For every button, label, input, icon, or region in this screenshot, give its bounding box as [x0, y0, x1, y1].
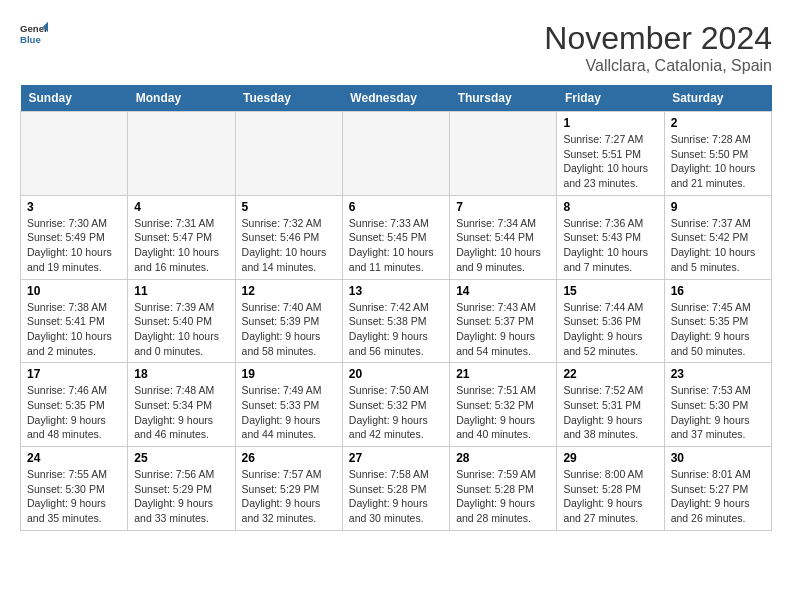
- day-detail: Sunrise: 7:50 AM Sunset: 5:32 PM Dayligh…: [349, 383, 443, 442]
- calendar-week-4: 17Sunrise: 7:46 AM Sunset: 5:35 PM Dayli…: [21, 363, 772, 447]
- day-detail: Sunrise: 7:31 AM Sunset: 5:47 PM Dayligh…: [134, 216, 228, 275]
- day-number: 24: [27, 451, 121, 465]
- day-detail: Sunrise: 7:51 AM Sunset: 5:32 PM Dayligh…: [456, 383, 550, 442]
- day-detail: Sunrise: 7:55 AM Sunset: 5:30 PM Dayligh…: [27, 467, 121, 526]
- day-detail: Sunrise: 7:59 AM Sunset: 5:28 PM Dayligh…: [456, 467, 550, 526]
- day-detail: Sunrise: 7:57 AM Sunset: 5:29 PM Dayligh…: [242, 467, 336, 526]
- day-number: 14: [456, 284, 550, 298]
- calendar-cell: [128, 112, 235, 196]
- calendar-cell: 3Sunrise: 7:30 AM Sunset: 5:49 PM Daylig…: [21, 195, 128, 279]
- calendar-week-3: 10Sunrise: 7:38 AM Sunset: 5:41 PM Dayli…: [21, 279, 772, 363]
- calendar-table: SundayMondayTuesdayWednesdayThursdayFrid…: [20, 85, 772, 531]
- day-number: 28: [456, 451, 550, 465]
- day-number: 12: [242, 284, 336, 298]
- calendar-cell: [21, 112, 128, 196]
- page-header: General Blue November 2024 Vallclara, Ca…: [20, 20, 772, 75]
- day-detail: Sunrise: 7:30 AM Sunset: 5:49 PM Dayligh…: [27, 216, 121, 275]
- day-number: 10: [27, 284, 121, 298]
- svg-text:Blue: Blue: [20, 34, 41, 45]
- day-number: 4: [134, 200, 228, 214]
- calendar-cell: 18Sunrise: 7:48 AM Sunset: 5:34 PM Dayli…: [128, 363, 235, 447]
- day-detail: Sunrise: 7:32 AM Sunset: 5:46 PM Dayligh…: [242, 216, 336, 275]
- calendar-cell: [235, 112, 342, 196]
- day-number: 9: [671, 200, 765, 214]
- day-number: 26: [242, 451, 336, 465]
- calendar-cell: 27Sunrise: 7:58 AM Sunset: 5:28 PM Dayli…: [342, 447, 449, 531]
- calendar-cell: [342, 112, 449, 196]
- calendar-cell: 13Sunrise: 7:42 AM Sunset: 5:38 PM Dayli…: [342, 279, 449, 363]
- weekday-thursday: Thursday: [450, 85, 557, 112]
- day-detail: Sunrise: 7:58 AM Sunset: 5:28 PM Dayligh…: [349, 467, 443, 526]
- day-detail: Sunrise: 7:44 AM Sunset: 5:36 PM Dayligh…: [563, 300, 657, 359]
- day-number: 15: [563, 284, 657, 298]
- weekday-tuesday: Tuesday: [235, 85, 342, 112]
- calendar-cell: 26Sunrise: 7:57 AM Sunset: 5:29 PM Dayli…: [235, 447, 342, 531]
- location-title: Vallclara, Catalonia, Spain: [544, 57, 772, 75]
- calendar-cell: 11Sunrise: 7:39 AM Sunset: 5:40 PM Dayli…: [128, 279, 235, 363]
- calendar-cell: 23Sunrise: 7:53 AM Sunset: 5:30 PM Dayli…: [664, 363, 771, 447]
- day-detail: Sunrise: 7:34 AM Sunset: 5:44 PM Dayligh…: [456, 216, 550, 275]
- calendar-cell: 5Sunrise: 7:32 AM Sunset: 5:46 PM Daylig…: [235, 195, 342, 279]
- day-detail: Sunrise: 7:38 AM Sunset: 5:41 PM Dayligh…: [27, 300, 121, 359]
- day-detail: Sunrise: 7:45 AM Sunset: 5:35 PM Dayligh…: [671, 300, 765, 359]
- calendar-cell: 16Sunrise: 7:45 AM Sunset: 5:35 PM Dayli…: [664, 279, 771, 363]
- calendar-cell: 19Sunrise: 7:49 AM Sunset: 5:33 PM Dayli…: [235, 363, 342, 447]
- day-number: 20: [349, 367, 443, 381]
- calendar-week-2: 3Sunrise: 7:30 AM Sunset: 5:49 PM Daylig…: [21, 195, 772, 279]
- weekday-friday: Friday: [557, 85, 664, 112]
- day-number: 6: [349, 200, 443, 214]
- day-number: 27: [349, 451, 443, 465]
- day-number: 21: [456, 367, 550, 381]
- calendar-cell: 17Sunrise: 7:46 AM Sunset: 5:35 PM Dayli…: [21, 363, 128, 447]
- day-number: 16: [671, 284, 765, 298]
- day-detail: Sunrise: 7:56 AM Sunset: 5:29 PM Dayligh…: [134, 467, 228, 526]
- month-title: November 2024: [544, 20, 772, 57]
- day-detail: Sunrise: 7:37 AM Sunset: 5:42 PM Dayligh…: [671, 216, 765, 275]
- calendar-cell: 1Sunrise: 7:27 AM Sunset: 5:51 PM Daylig…: [557, 112, 664, 196]
- day-number: 5: [242, 200, 336, 214]
- day-number: 7: [456, 200, 550, 214]
- day-number: 1: [563, 116, 657, 130]
- calendar-cell: 21Sunrise: 7:51 AM Sunset: 5:32 PM Dayli…: [450, 363, 557, 447]
- day-number: 29: [563, 451, 657, 465]
- day-detail: Sunrise: 8:01 AM Sunset: 5:27 PM Dayligh…: [671, 467, 765, 526]
- calendar-week-5: 24Sunrise: 7:55 AM Sunset: 5:30 PM Dayli…: [21, 447, 772, 531]
- calendar-cell: [450, 112, 557, 196]
- day-number: 2: [671, 116, 765, 130]
- logo: General Blue: [20, 20, 48, 48]
- calendar-cell: 8Sunrise: 7:36 AM Sunset: 5:43 PM Daylig…: [557, 195, 664, 279]
- weekday-wednesday: Wednesday: [342, 85, 449, 112]
- day-detail: Sunrise: 7:28 AM Sunset: 5:50 PM Dayligh…: [671, 132, 765, 191]
- day-detail: Sunrise: 7:42 AM Sunset: 5:38 PM Dayligh…: [349, 300, 443, 359]
- day-number: 22: [563, 367, 657, 381]
- calendar-cell: 15Sunrise: 7:44 AM Sunset: 5:36 PM Dayli…: [557, 279, 664, 363]
- calendar-week-1: 1Sunrise: 7:27 AM Sunset: 5:51 PM Daylig…: [21, 112, 772, 196]
- calendar-cell: 10Sunrise: 7:38 AM Sunset: 5:41 PM Dayli…: [21, 279, 128, 363]
- day-detail: Sunrise: 7:33 AM Sunset: 5:45 PM Dayligh…: [349, 216, 443, 275]
- calendar-body: 1Sunrise: 7:27 AM Sunset: 5:51 PM Daylig…: [21, 112, 772, 531]
- calendar-cell: 6Sunrise: 7:33 AM Sunset: 5:45 PM Daylig…: [342, 195, 449, 279]
- day-number: 8: [563, 200, 657, 214]
- day-number: 19: [242, 367, 336, 381]
- calendar-cell: 30Sunrise: 8:01 AM Sunset: 5:27 PM Dayli…: [664, 447, 771, 531]
- logo-icon: General Blue: [20, 20, 48, 48]
- day-detail: Sunrise: 7:53 AM Sunset: 5:30 PM Dayligh…: [671, 383, 765, 442]
- day-detail: Sunrise: 7:36 AM Sunset: 5:43 PM Dayligh…: [563, 216, 657, 275]
- day-detail: Sunrise: 8:00 AM Sunset: 5:28 PM Dayligh…: [563, 467, 657, 526]
- calendar-cell: 14Sunrise: 7:43 AM Sunset: 5:37 PM Dayli…: [450, 279, 557, 363]
- calendar-cell: 4Sunrise: 7:31 AM Sunset: 5:47 PM Daylig…: [128, 195, 235, 279]
- day-number: 18: [134, 367, 228, 381]
- calendar-cell: 2Sunrise: 7:28 AM Sunset: 5:50 PM Daylig…: [664, 112, 771, 196]
- day-detail: Sunrise: 7:48 AM Sunset: 5:34 PM Dayligh…: [134, 383, 228, 442]
- weekday-saturday: Saturday: [664, 85, 771, 112]
- calendar-cell: 12Sunrise: 7:40 AM Sunset: 5:39 PM Dayli…: [235, 279, 342, 363]
- day-number: 11: [134, 284, 228, 298]
- day-number: 3: [27, 200, 121, 214]
- calendar-cell: 29Sunrise: 8:00 AM Sunset: 5:28 PM Dayli…: [557, 447, 664, 531]
- day-detail: Sunrise: 7:39 AM Sunset: 5:40 PM Dayligh…: [134, 300, 228, 359]
- day-detail: Sunrise: 7:52 AM Sunset: 5:31 PM Dayligh…: [563, 383, 657, 442]
- day-number: 13: [349, 284, 443, 298]
- day-number: 25: [134, 451, 228, 465]
- weekday-header-row: SundayMondayTuesdayWednesdayThursdayFrid…: [21, 85, 772, 112]
- day-detail: Sunrise: 7:43 AM Sunset: 5:37 PM Dayligh…: [456, 300, 550, 359]
